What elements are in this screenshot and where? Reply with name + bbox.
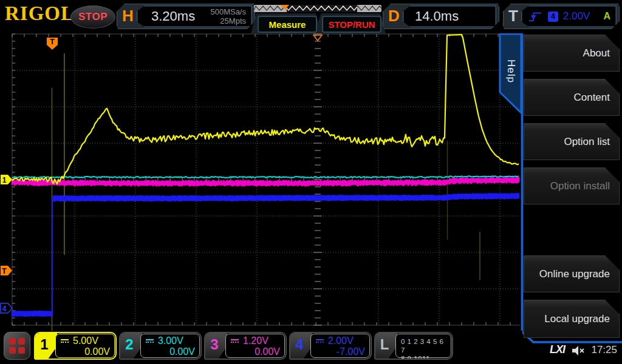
channel-1-box[interactable]: 15.00V0.00V [34,332,117,360]
record-preview-bar[interactable] [254,4,381,13]
channel-2-number: 2 [120,336,138,353]
waveform-display[interactable]: 1T4T [0,33,522,331]
channel-3-wedge: 3 [205,333,227,359]
horizontal-label: H [122,7,134,25]
channel-status-bar: 15.00V0.00V23.00V0.00V31.20V0.00V42.00V-… [0,331,522,364]
falling-edge-icon [527,10,543,23]
delay-label: D [388,7,400,25]
trigger-mode: A [603,11,613,22]
horizontal-timebase-box[interactable]: H 3.20ms 500MSa/s 25Mpts [117,4,255,29]
svg-text:4: 4 [2,305,7,313]
channel-4-wedge: 4 [290,333,312,359]
channel-3-offset: 0.00V [231,346,280,358]
measure-button[interactable]: Measure [258,16,317,33]
trigger-box[interactable]: T 4 2.00V A [503,4,620,29]
sample-rate: 500MSa/s [210,7,246,16]
dc-coupling-icon [146,339,154,343]
channel-4-box[interactable]: 42.00V-7.00V [289,332,372,360]
channel-2-box[interactable]: 23.00V0.00V [119,332,202,360]
logic-channels-box[interactable]: L0 1 2 3 4 5 6 78 9 1011 12131415 [374,332,453,360]
menu-button-about[interactable]: About [524,35,620,72]
logic-channel-numbers: 0 1 2 3 4 5 6 78 9 1011 12131415 [401,335,446,360]
clock: 17:25 [591,344,617,356]
channel-3-number: 3 [205,336,224,353]
channel-1-offset: 0.00V [61,346,110,358]
svg-text:T: T [50,37,55,46]
channel-4-offset: -7.00V [316,346,365,358]
lxi-logo: LXI [550,343,565,356]
logic-label: L [375,336,394,353]
run-state-badge: STOP [70,5,115,29]
top-status-bar: RIGOL STOP H 3.20ms 500MSa/s 25Mpts Meas… [0,0,622,33]
channel-1-number: 1 [35,336,53,353]
channel-1-scale: 5.00V [73,335,98,346]
trace-ch4_pre [12,311,51,317]
rigol-logo: RIGOL [5,2,75,25]
trigger-level-value: 2.00V [563,10,590,22]
channel-4-number: 4 [290,336,309,353]
menu-button-option-install[interactable]: Option install [524,167,620,204]
channel-3-box[interactable]: 31.20V0.00V [204,332,287,360]
svg-text:T: T [2,267,7,275]
channel-2-offset: 0.00V [146,346,195,358]
channel-2-scale: 3.00V [158,335,183,346]
menu-button-option-list[interactable]: Option list [524,123,620,160]
help-tab[interactable]: Help [502,44,520,98]
menu-button-local-upgrade[interactable]: Local upgrade [524,300,620,338]
menu-button-online-upgrade[interactable]: Online upgrade [524,255,620,292]
sound-muted-icon[interactable] [571,345,586,357]
timebase-value: 3.20ms [137,8,195,24]
trigger-source-badge: 4 [548,12,558,22]
oscilloscope-screen: RIGOL STOP H 3.20ms 500MSa/s 25Mpts Meas… [0,0,622,364]
dc-coupling-icon [61,339,69,343]
menu-button-content[interactable]: Content [524,79,620,116]
channel-1-wedge: 1 [35,333,57,359]
channel-4-scale: 2.00V [328,335,354,346]
trigger-label: T [508,7,518,25]
grid-icon [9,338,25,354]
delay-value: 14.0ms [403,8,459,24]
delay-position-marker [313,35,322,41]
stop-run-button[interactable]: STOP/RUN [322,16,381,33]
memory-depth: 25Mpts [220,16,246,25]
dc-coupling-icon [316,339,324,343]
channel-3-scale: 1.20V [243,335,268,346]
dc-coupling-icon [231,339,239,343]
channel-2-wedge: 2 [120,333,142,359]
menu-grid-button[interactable] [4,332,30,360]
trace-ch4 [53,193,519,201]
delay-box[interactable]: D 14.0ms [383,4,499,29]
trace-ch2 [12,176,519,178]
trace-ch3 [12,177,519,187]
svg-text:1: 1 [2,176,7,184]
markers[interactable]: 1T4T [1,35,322,313]
trace-ch1 [12,35,519,184]
